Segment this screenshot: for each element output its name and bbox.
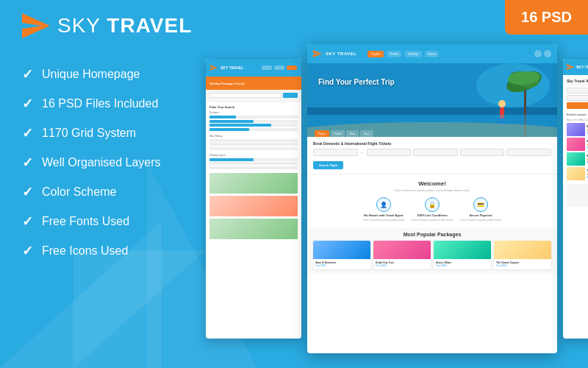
feature-label: Well Organised Layers [42,156,161,169]
ss-package-img [494,241,551,259]
ss-hero: Find Your Perfect Trip Flight Hotel Bus … [307,63,557,137]
ss-feature-desc: Fusce sit lamet eros primis porttitor di… [460,219,501,222]
ss-logo-icon [210,65,218,71]
ss-nav-item [274,66,284,70]
ss-nav-item [262,66,272,70]
ss-feature-title: 100% Line Conditions [417,213,448,217]
feature-item-free-fonts: ✓ Free Fonts Used [22,213,161,230]
check-icon: ✓ [22,125,33,141]
ss-main-nav-item-hotels: Hotels [387,51,402,57]
ss-right-password-field [567,95,588,101]
ss-search-flight-btn: Search Flight [313,161,343,169]
ss-welcome-title: Welcome! [313,180,551,187]
ss-user-icon [534,50,542,57]
ss-left-hero-text: Holiday Packages Found [209,82,244,85]
ss-package-card-1: Siam & Destinies From $299 [313,241,370,269]
ss-right-section-title: Kuala Lumpur [567,113,588,116]
ss-right-header: SKY TRAVEL [563,59,588,75]
ss-destination-row: Sydney, Sland ★★★ $399 [567,152,588,166]
ss-right-form: Sign In / Register [567,88,588,109]
ss-package-img [373,241,431,259]
feature-label: Color Scheme [42,185,116,199]
ss-filter-bar [209,143,298,146]
ss-arrow-icon: → [360,150,365,155]
ss-pass-field [506,149,551,156]
ss-dest-img [567,123,585,136]
ss-packages-title: Most Popular Packages [313,232,551,237]
ss-search-row [209,93,298,98]
ss-main-nav-item-about: About [425,51,440,57]
svg-marker-16 [567,64,574,70]
ss-feature-icon-agent: 👤 [376,197,391,212]
feature-label: 1170 Grid System [42,127,136,140]
ss-img-thumb [209,196,298,216]
ss-package-info: Swiss, Milan From $399 [434,259,491,269]
ss-filter-bars [209,139,298,150]
svg-marker-0 [22,13,50,38]
ss-main-logo-text: SKY TRAVEL [326,52,356,56]
feature-label: Free Icons Used [42,244,128,258]
screenshot-right: SKY TRAVEL Sky Travel Account Sign In / … [563,59,588,339]
ss-from-field [313,149,358,156]
feature-item-grid-system: ✓ 1170 Grid System [22,125,161,141]
ss-right-hotel-label: Also You May Like [567,118,588,121]
ss-tab-tour: Tour [360,130,373,137]
ss-right-email-field [567,88,588,93]
ss-filter-label: Duration [209,111,298,114]
ss-dest-img [567,152,585,166]
ss-filter-label: Holiday Types [209,154,298,157]
ss-package-info: Krabi City Tour From $199 [373,259,431,269]
ss-filter-bar [209,124,298,127]
ss-package-info: The Grand Canyon From $499 [494,259,551,269]
feature-label: Free Fonts Used [42,215,129,228]
feature-item-free-icons: ✓ Free Icons Used [22,243,161,259]
ss-filter-group: Star Rating [209,135,298,150]
ss-return-field [460,149,505,156]
ss-package-card-3: Swiss, Milan From $399 [434,241,491,269]
ss-feature-icon-lock: 🔒 [425,197,440,212]
logo-bold-text: TRAVEL [107,14,192,37]
screenshot-left: SKY TRAVEL Holiday Packages Found Filter… [206,59,301,339]
ss-filter-bar [209,147,298,150]
ss-feature-icon-card: 💳 [473,197,488,212]
ss-filter-label: Star Rating [209,135,298,138]
svg-marker-2 [313,50,322,57]
ss-search-field [209,93,282,98]
check-icon: ✓ [22,243,33,259]
ss-feature-title: Secure Payment [469,213,492,217]
ss-feature-title: No Hassle with Travel Agent [364,213,403,217]
ss-hero-title: Find Your Perfect Trip [318,78,395,87]
ss-date-field [413,149,458,156]
ss-flight-search: Book Domestic & International Flight Tic… [307,137,557,174]
check-icon: ✓ [22,213,33,230]
screenshots-container: SKY TRAVEL Holiday Packages Found Filter… [206,44,588,368]
svg-marker-1 [210,65,218,71]
ss-nav [262,66,297,70]
ss-img-thumb [209,219,298,239]
ss-main-nav-item-flights: Flights [368,51,383,57]
ss-right-title: Sky Travel Account [567,79,588,85]
logo-light-text: SKY [57,14,107,37]
ss-package-img [313,241,370,259]
paper-plane-icon [22,13,50,38]
ss-sidebar-content: Filter Your Search Duration Star Rating [206,102,301,244]
ss-question-text: ance? [570,187,588,191]
ss-right-submit-btn: Sign In / Register [567,102,588,109]
ss-packages-section: Most Popular Packages Siam & Destinies F… [307,227,557,274]
ss-dest-img [567,138,585,151]
ss-to-field [367,149,412,156]
ss-main-nav-item-holiday: Holiday [404,51,421,57]
ss-main-nav: Flights Hotels Holiday About [368,51,439,57]
ss-left-search [206,90,301,102]
brand-header: SKY TRAVEL [22,13,192,38]
check-icon: ✓ [22,96,33,112]
ss-package-info: Siam & Destinies From $299 [313,259,370,269]
ss-destination-row: Kuala Lumpur ★★★★ $299 [567,123,588,136]
ss-search-tabs: Flight Hotel Bus Tour [315,130,373,137]
ss-question-box: ance? Book Now [567,184,588,207]
ss-right-logo-icon [567,64,574,70]
ss-flight-fields: → [313,149,551,156]
ss-welcome-text: Fusce sit lamet eros primis porttitor, s… [313,189,551,193]
ss-feature-item-conditions: 🔒 100% Line Conditions Fusce sit lamet e… [410,197,454,222]
ss-right-logo-text: SKY TRAVEL [576,65,588,69]
